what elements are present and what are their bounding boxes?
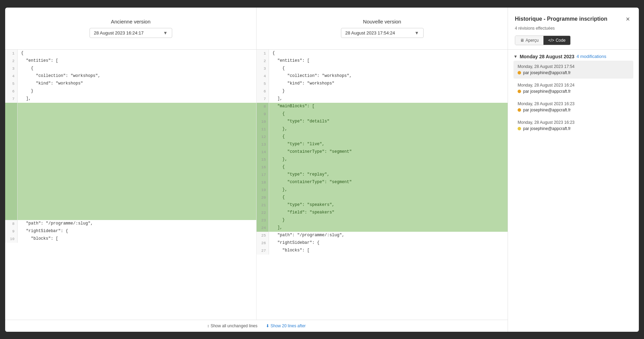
old-line-number: 8 [5,220,18,228]
user-dot-icon [518,90,521,93]
old-line-content [18,192,256,199]
new-line-number: 24 [257,224,269,232]
old-diff-line [5,186,256,192]
new-line-content: { [269,65,508,72]
new-line-number: 23 [257,217,269,224]
apercu-button[interactable]: 🖥 Aperçu [515,36,543,45]
code-button[interactable]: </> Code [543,36,570,45]
new-diff-line: 17 "type": "replay", [257,171,508,179]
old-diff-line: 9 "rightSidebar": { [5,228,256,235]
modal-body: 1{2 "entities": [3 {4 "collection": "wor… [5,50,639,332]
old-line-content [18,117,256,123]
new-diff-line: 9 { [257,110,508,118]
new-diff-line: 20 { [257,194,508,201]
diff-table: 1{2 "entities": [3 {4 "collection": "wor… [5,50,508,320]
old-line-number [5,137,18,144]
old-line-number: 7 [5,95,18,103]
new-line-number: 19 [257,186,269,194]
old-version-select[interactable]: 28 August 2023 16:24:17 ▼ [90,28,172,38]
old-diff-line: 4 "collection": "workshops", [5,72,256,80]
new-diff-line: 2 "entities": [ [257,57,508,65]
close-button[interactable]: × [624,14,632,24]
old-diff-line [5,110,256,117]
new-line-content: "type": "details" [269,118,508,126]
history-item-user-label: par josephine@appcraft.fr [523,126,571,131]
new-diff-line: 5 "kind": "workshops" [257,80,508,88]
apercu-label: Aperçu [526,38,539,43]
show-after-link[interactable]: ⬇ Show 20 lines after [266,323,306,328]
new-line-content: "path": "/programme/:slug", [269,232,508,239]
apercu-icon: 🖥 [520,38,524,43]
old-line-content: { [18,50,256,57]
old-diff-line: 10 "blocks": [ [5,235,256,243]
new-diff-line: 25 "path": "/programme/:slug", [257,232,508,239]
new-line-number: 20 [257,194,269,201]
old-diff-line [5,158,256,165]
old-line-content [18,110,256,117]
history-item[interactable]: Monday, 28 August 2023 16:23par josephin… [513,98,633,116]
modal-header: Ancienne version 28 August 2023 16:24:17… [5,8,639,50]
new-line-number: 26 [257,239,269,247]
new-line-number: 14 [257,148,269,156]
old-line-number [5,206,18,213]
history-item[interactable]: Monday, 28 August 2023 17:54par josephin… [513,61,633,79]
new-line-number: 27 [257,247,269,255]
old-line-content: "entities": [ [18,57,256,65]
new-line-content: "type": "replay", [269,171,508,179]
old-line-content: "rightSidebar": { [18,228,256,235]
new-line-content: }, [269,126,508,133]
history-panel: ▼ Monday 28 August 2023 4 modifications … [508,50,639,332]
old-line-number [5,186,18,192]
new-diff-line: 18 "containerType": "segment" [257,179,508,186]
old-line-content [18,158,256,165]
history-item[interactable]: Monday, 28 August 2023 16:23par josephin… [513,117,633,134]
old-line-number [5,110,18,117]
history-items-container: Monday, 28 August 2023 17:54par josephin… [513,61,633,134]
old-diff-line: 2 "entities": [ [5,57,256,65]
history-item-user-label: par josephine@appcraft.fr [523,89,571,94]
old-line-content [18,213,256,220]
old-line-number: 5 [5,80,18,88]
old-line-number: 2 [5,57,18,65]
old-line-number [5,158,18,165]
new-line-content: ], [269,224,508,232]
history-item-date: Monday, 28 August 2023 16:23 [518,120,629,125]
new-version-select[interactable]: 28 August 2023 17:54:24 ▼ [341,28,424,38]
new-diff-line: 23 } [257,217,508,224]
history-item-user: par josephine@appcraft.fr [518,108,629,112]
old-line-number [5,117,18,123]
old-diff-line [5,117,256,123]
new-line-number: 22 [257,209,269,217]
old-diff-line [5,172,256,179]
new-line-content: "mainBlocks": [ [269,103,508,110]
new-diff-line: 22 "field": "speakers" [257,209,508,217]
new-diff-line: 1{ [257,50,508,57]
new-diff-line: 14 "containerType": "segment" [257,148,508,156]
new-diff-line: 12 { [257,133,508,141]
old-line-number [5,179,18,186]
old-line-number: 6 [5,88,18,95]
new-line-number: 5 [257,80,269,88]
old-diff-line [5,103,256,110]
new-line-content: { [269,133,508,141]
old-diff-line [5,192,256,199]
new-line-number: 1 [257,50,269,57]
new-line-content: { [269,194,508,201]
history-item[interactable]: Monday, 28 August 2023 16:24par josephin… [513,79,633,97]
new-version-date: 28 August 2023 17:54:24 [345,30,395,36]
new-diff-line: 16 { [257,163,508,171]
new-line-number: 21 [257,201,269,209]
old-diff-line: 7 ], [5,95,256,103]
show-unchanged-link[interactable]: ↕ Show all unchanged lines [207,323,257,328]
new-diff-line: 24 ], [257,224,508,232]
old-line-content [18,130,256,137]
new-line-content: }, [269,156,508,163]
new-line-number: 11 [257,126,269,133]
new-diff-line: 6 } [257,88,508,95]
new-diff-line: 7 ], [257,95,508,103]
old-line-content: ], [18,95,256,103]
new-line-content: { [269,50,508,57]
new-line-content: } [269,217,508,224]
new-line-content: "rightSidebar": { [269,239,508,247]
history-item-date: Monday, 28 August 2023 16:23 [518,101,629,106]
